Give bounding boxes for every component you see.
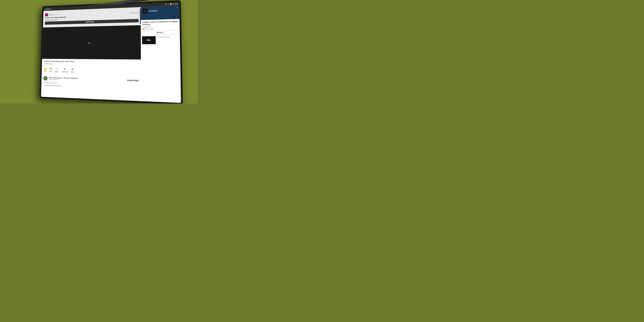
rec-thumb-mix: Mix [142, 36, 156, 44]
signal-icon: ⊗ [168, 3, 169, 5]
audible-rating: 4.6 ★ [146, 28, 149, 30]
like-count: 14K [44, 71, 46, 72]
dislike-count: 154 [50, 71, 52, 73]
recommended-video-mix[interactable]: Mix Continue watching... [141, 35, 180, 46]
subscribe-button[interactable]: SUBSCRIBE [127, 79, 139, 82]
ad-label-banner: Ad [56, 14, 57, 15]
audible-logo-area: at audible [141, 6, 180, 15]
rec-info-mix: Continue watching... [157, 36, 179, 44]
status-time: 10:41 AM [45, 8, 50, 10]
visit-advertiser-label: Visit advertiser [130, 12, 139, 14]
audible-ad: at audible ✕ ↓ App Audible: Listen to Au… [141, 6, 180, 36]
audible-title: Audible: Listen to Audiobooks & Original… [142, 20, 178, 26]
ad-banner-content: E Elementor Ad Create Your Dream Website… [45, 10, 138, 24]
dislike-icon: 👎 [49, 67, 52, 70]
audible-brand-name: audible [149, 9, 158, 12]
download-button[interactable]: ⬇ Download [62, 68, 68, 73]
elementor-brand: Elementor [48, 14, 54, 16]
like-icon: 👍 [44, 67, 46, 70]
status-icons: 💡 ⊗ 📶 ▮ 73% [165, 3, 178, 5]
main-content: ▶ ∧ Visitors to see Raccoons ( Part Two)… [41, 25, 141, 101]
play-area: ▶ [88, 40, 91, 45]
channel-text: James Blackwood - Raccoon Whisperer 265K… [48, 77, 78, 81]
avatar-image: J [43, 76, 48, 80]
video-player[interactable]: ▶ ∧ [42, 25, 141, 60]
video-views: 179,599 views [44, 63, 139, 66]
star-icon: ★ [148, 28, 149, 30]
battery-percentage: 73% [174, 3, 178, 5]
wifi-icon: 📶 [170, 3, 172, 5]
audible-header: at audible ✕ ↓ App [141, 6, 180, 20]
download-icon: ⬇ [64, 68, 66, 70]
audible-info: Audible: Listen to Audiobooks & Original… [141, 19, 180, 36]
audible-meta: Ad 4.6 ★ FREE [142, 28, 178, 30]
install-button[interactable]: INSTALL [142, 30, 178, 35]
audible-app-button[interactable]: ↓ App [173, 16, 178, 18]
channel-left: J James Blackwood - Raccoon Whisperer 26… [43, 76, 78, 82]
collapse-button[interactable]: ∧ [136, 26, 140, 30]
elementor-icon: E [45, 14, 48, 16]
rec-title-mix: Continue watching... [157, 36, 179, 38]
audible-free: FREE [150, 28, 154, 30]
share-button[interactable]: ↗ Share [55, 68, 59, 72]
tablet-device: 10:41 AM 💡 ⊗ 📶 ▮ 73% E Elementor Ad Crea… [40, 0, 183, 104]
screen: 10:41 AM 💡 ⊗ 📶 ▮ 73% E Elementor Ad Crea… [41, 2, 181, 103]
mix-label: Mix [147, 39, 150, 42]
save-button[interactable]: ⊞ Save [70, 68, 74, 73]
save-icon: ⊞ [72, 68, 73, 70]
audible-logo-box: at [142, 8, 148, 14]
bulb-icon: 💡 [165, 3, 167, 5]
like-button[interactable]: 👍 14K [44, 67, 46, 72]
download-label: Download [62, 71, 68, 73]
audible-ad-label: Ad [142, 28, 145, 30]
share-label: Share [55, 71, 58, 72]
action-bar: 👍 14K 👎 154 ↗ Share ⬇ Download [44, 66, 139, 76]
right-sidebar: 🐱 9:D Funniest Cats 😸 - Don't try to hol… [141, 24, 181, 103]
share-icon: ↗ [56, 68, 58, 70]
battery-icon: ▮ [173, 3, 174, 5]
dislike-button[interactable]: 👎 154 [49, 67, 52, 73]
channel-avatar: J [43, 76, 48, 80]
mix-bg: Mix [142, 36, 156, 44]
audible-logo-text: at [144, 10, 146, 12]
video-info: Visitors to see Raccoons ( Part Two) 179… [41, 59, 141, 92]
audible-provider: Google Play [142, 25, 178, 28]
save-label: Save [70, 71, 74, 73]
